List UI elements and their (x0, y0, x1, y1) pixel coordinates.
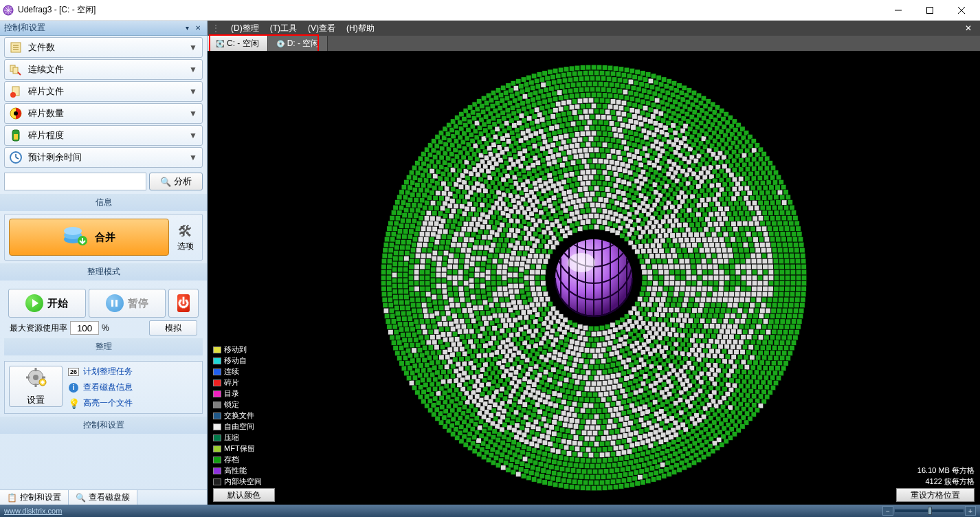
svg-rect-297 (658, 264, 662, 269)
svg-rect-1273 (713, 292, 717, 297)
svg-rect-3535 (684, 111, 689, 116)
svg-rect-3809 (769, 366, 774, 371)
svg-point-12 (10, 92, 16, 98)
svg-rect-3672 (405, 327, 410, 332)
svg-rect-1593 (591, 408, 596, 413)
svg-rect-2042 (724, 344, 729, 349)
svg-rect-4032 (783, 345, 788, 350)
svg-rect-2111 (443, 294, 447, 299)
svg-rect-4337 (468, 446, 473, 450)
svg-rect-2471 (431, 261, 436, 266)
menu-item-0[interactable]: (D)整理 (225, 23, 265, 34)
svg-rect-279 (586, 208, 590, 213)
menu-item-2[interactable]: (V)查看 (302, 23, 341, 34)
drive-tab-0[interactable]: 💽C: - 空闲 (208, 36, 268, 51)
svg-rect-2819 (489, 413, 493, 418)
metric-3[interactable]: 碎片数量▼ (4, 103, 203, 124)
svg-rect-1909 (575, 419, 579, 424)
reset-grid-button[interactable]: 重设方格位置 (896, 488, 975, 502)
legend-item-12: 内部块空间 (213, 476, 262, 487)
svg-rect-3449 (420, 353, 425, 358)
svg-rect-55 (548, 302, 553, 307)
svg-rect-1591 (602, 408, 607, 413)
start-button[interactable]: 开始 (8, 289, 86, 318)
svg-rect-999 (680, 218, 685, 223)
metric-5[interactable]: 预计剩余时间▼ (4, 147, 203, 168)
sidebar-tab-0[interactable]: 📋控制和设置 (0, 490, 69, 505)
svg-rect-4137 (387, 270, 392, 274)
simulate-button[interactable]: 模拟 (149, 320, 197, 336)
stop-button[interactable]: ⏻ (168, 289, 199, 318)
zoom-slider[interactable] (895, 509, 964, 512)
svg-rect-2750 (763, 275, 768, 280)
svg-rect-622 (506, 248, 511, 253)
merge-button[interactable]: 合并 (9, 219, 169, 256)
metric-2[interactable]: 碎片文件▼ (4, 81, 203, 102)
svg-rect-2360 (720, 187, 724, 192)
svg-rect-1018 (694, 318, 699, 323)
svg-rect-3620 (625, 466, 630, 471)
svg-rect-545 (607, 192, 612, 197)
svg-rect-2070 (601, 425, 605, 430)
search-input[interactable] (4, 173, 146, 190)
metric-4[interactable]: 碎片程度▼ (4, 125, 203, 146)
svg-rect-3411 (584, 463, 589, 468)
settings-link-0[interactable]: 26计划整理任务 (68, 366, 133, 377)
sidebar-tab-1[interactable]: 🔍查看磁盘簇 (69, 490, 137, 505)
default-colors-button[interactable]: 默认颜色 (213, 488, 275, 502)
disk-visualization[interactable]: 移动到移动自连续碎片目录锁定交换文件自由空间压缩MFT保留存档高性能内部块空间 … (208, 51, 980, 505)
svg-rect-1165 (620, 388, 625, 393)
svg-rect-2964 (742, 369, 746, 374)
svg-rect-2128 (460, 204, 465, 209)
svg-rect-729 (504, 238, 509, 243)
metric-0[interactable]: 文件数▼ (4, 37, 203, 58)
svg-rect-3769 (745, 157, 750, 162)
svg-rect-3187 (661, 444, 666, 449)
svg-rect-2895 (580, 104, 585, 109)
legend-item-4: 目录 (213, 388, 262, 399)
drive-tab-1[interactable]: 💽D: - 空闲 (268, 36, 328, 51)
svg-rect-1645 (480, 202, 485, 207)
svg-rect-2527 (660, 130, 665, 135)
zoom-out-button[interactable]: − (882, 506, 893, 516)
sidebar-menu-icon[interactable]: ▾ (182, 23, 192, 33)
pause-button[interactable]: 暂停 (89, 289, 166, 318)
minimize-button[interactable] (882, 0, 914, 21)
mdi-close-icon[interactable]: ✕ (961, 23, 976, 33)
resource-input[interactable] (70, 321, 99, 335)
metric-1[interactable]: 连续文件▼ (4, 59, 203, 80)
menu-item-3[interactable]: (H)帮助 (341, 23, 380, 34)
svg-rect-3616 (647, 461, 652, 466)
options-button[interactable]: 🛠 选项 (173, 223, 198, 252)
settings-link-1[interactable]: i查看磁盘信息 (68, 382, 133, 393)
svg-rect-3783 (779, 226, 783, 231)
svg-rect-2729 (719, 169, 724, 174)
svg-rect-2927 (732, 177, 737, 182)
svg-rect-3335 (739, 167, 744, 172)
maximize-button[interactable] (914, 0, 946, 21)
svg-rect-1097 (547, 173, 552, 178)
svg-rect-2170 (659, 142, 664, 146)
close-button[interactable] (946, 0, 977, 21)
analyze-button[interactable]: 🔍 分析 (149, 173, 203, 190)
svg-rect-1729 (680, 382, 685, 386)
settings-button[interactable]: 设置 (9, 366, 63, 407)
svg-rect-2621 (520, 426, 524, 430)
menu-grip-icon[interactable]: ⋮ (212, 23, 220, 33)
sidebar-close-icon[interactable]: ✕ (193, 23, 203, 33)
settings-link-2[interactable]: 💡高亮一个文件 (68, 397, 133, 409)
zoom-in-button[interactable]: + (965, 506, 976, 516)
svg-rect-1799 (471, 207, 476, 212)
svg-rect-2253 (544, 424, 548, 428)
svg-rect-1412 (718, 292, 723, 296)
status-url[interactable]: www.disktrix.com (4, 507, 62, 515)
svg-rect-2081 (542, 417, 546, 421)
svg-rect-513 (513, 305, 517, 310)
svg-rect-4176 (493, 95, 498, 100)
svg-rect-4189 (561, 73, 566, 78)
svg-rect-2374 (746, 258, 750, 263)
svg-rect-3835 (665, 461, 670, 465)
svg-rect-692 (608, 368, 612, 373)
menu-item-1[interactable]: (T)工具 (265, 23, 302, 34)
svg-rect-1295 (643, 386, 648, 390)
